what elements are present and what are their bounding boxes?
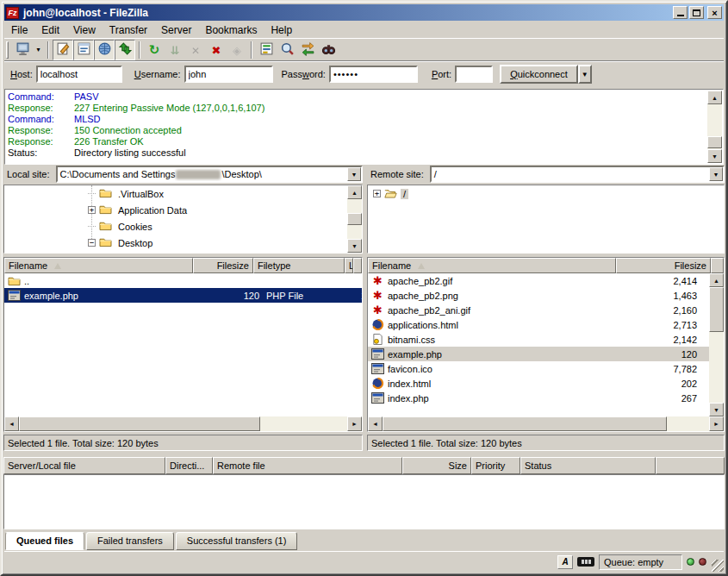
refresh-button[interactable]: ↻	[144, 40, 165, 60]
username-input[interactable]	[184, 66, 273, 83]
file-row[interactable]: ✱apache_pb2_ani.gif2,160	[368, 303, 709, 317]
remote-hscroll-thumb[interactable]	[383, 416, 667, 431]
scroll-right-icon[interactable]: ►	[709, 416, 724, 431]
host-input[interactable]	[36, 66, 122, 83]
reconnect-button[interactable]: ◈	[227, 40, 247, 60]
file-row[interactable]: bitnami.css2,142	[368, 332, 709, 347]
quickconnect-dropdown-button[interactable]: ▼	[578, 65, 592, 84]
file-cell-size: 1,463	[616, 291, 709, 301]
tab-successful-transfers-[interactable]: Successful transfers (1)	[176, 532, 298, 550]
local-site-combobox[interactable]: C:\Documents and Settings\Desktop\ ▼	[56, 166, 363, 183]
close-button[interactable]: ×	[707, 6, 722, 19]
password-input[interactable]	[329, 66, 418, 83]
site-manager-dropdown-button[interactable]: ▾	[33, 40, 44, 60]
local-hscroll-thumb[interactable]	[19, 416, 260, 431]
scroll-up-icon[interactable]: ▲	[709, 273, 724, 287]
tree-item[interactable]: −Desktop	[4, 235, 362, 251]
remote-list-hscrollbar[interactable]: ◄ ►	[368, 416, 724, 431]
file-row[interactable]: ✱apache_pb2.gif2,414	[368, 273, 709, 288]
tree-item-root[interactable]: + /	[368, 185, 724, 202]
minimize-button[interactable]	[673, 6, 688, 19]
queue-column-size[interactable]: Size	[402, 457, 471, 474]
queue-column-priority[interactable]: Priority	[471, 457, 520, 474]
disconnect-button[interactable]: ✖	[206, 40, 227, 60]
scroll-right-icon[interactable]: ►	[347, 416, 362, 431]
tree-item[interactable]: +Application Data	[4, 202, 362, 218]
expand-icon[interactable]: +	[88, 206, 96, 214]
remote-site-combobox[interactable]: / ▼	[430, 166, 725, 183]
tree-item-label: .VirtualBox	[115, 189, 166, 199]
password-label: Password:	[282, 69, 326, 79]
maximize-button[interactable]	[689, 6, 704, 19]
local-list-hscrollbar[interactable]: ◄ ►	[4, 416, 362, 431]
log-line-text: 226 Transfer OK	[74, 136, 144, 147]
file-row[interactable]: applications.html2,713	[368, 317, 709, 332]
compare-button[interactable]	[277, 40, 297, 60]
quickconnect-button[interactable]: Quickconnect	[500, 65, 578, 84]
scroll-left-icon[interactable]: ◄	[4, 416, 19, 431]
remote-list-scrollbar[interactable]: ▲ ▼	[709, 273, 724, 416]
queue-column-status[interactable]: Status	[520, 457, 656, 474]
queue-column-serverlocalfile[interactable]: Server/Local file	[3, 457, 165, 474]
file-cell-name: ..	[4, 275, 201, 286]
sort-ascending-icon	[418, 263, 425, 269]
file-row[interactable]: favicon.ico7,782	[368, 361, 709, 376]
tab-queued-files[interactable]: Queued files	[5, 532, 84, 550]
file-name-label: applications.html	[388, 320, 458, 330]
menu-item-bookmarks[interactable]: Bookmarks	[198, 22, 264, 38]
toggle-log-button[interactable]	[53, 40, 73, 60]
scroll-up-icon[interactable]: ▲	[707, 91, 722, 104]
queue-column-directi[interactable]: Directi...	[165, 457, 213, 474]
expand-icon[interactable]: +	[373, 190, 381, 197]
toolbar-grip[interactable]	[6, 41, 9, 59]
column-header-filesize[interactable]: Filesize	[193, 258, 253, 273]
column-header-filetype[interactable]: Filetype	[253, 258, 345, 273]
tab-failed-transfers[interactable]: Failed transfers	[86, 532, 174, 550]
file-name-label: example.php	[24, 291, 78, 301]
column-header-filename[interactable]: Filename	[368, 258, 616, 273]
scroll-down-icon[interactable]: ▼	[709, 403, 724, 416]
html-file-icon	[371, 319, 384, 330]
file-row[interactable]: ..	[4, 273, 362, 288]
resize-grip[interactable]	[712, 560, 724, 572]
menu-item-file[interactable]: File	[4, 22, 34, 38]
port-input[interactable]	[455, 66, 493, 83]
process-queue-button[interactable]: ⇊	[165, 40, 185, 60]
column-header-label: Filetype	[258, 260, 291, 271]
synchronized-browsing-button[interactable]	[297, 40, 318, 60]
log-scrollbar-thumb[interactable]	[707, 136, 722, 148]
scroll-down-icon[interactable]: ▼	[707, 149, 722, 163]
file-row[interactable]: example.php120PHP File1	[4, 288, 362, 303]
tree-item-label: /	[401, 189, 408, 199]
scroll-left-icon[interactable]: ◄	[368, 416, 383, 431]
log-scrollbar[interactable]: ▲ ▼	[707, 91, 722, 163]
filter-button[interactable]	[256, 40, 277, 60]
menu-item-view[interactable]: View	[66, 22, 103, 38]
column-header-filesize[interactable]: Filesize	[616, 258, 711, 273]
menu-item-help[interactable]: Help	[264, 22, 299, 38]
cancel-button[interactable]: ✕	[185, 40, 206, 60]
tree-item[interactable]: .VirtualBox	[4, 185, 362, 202]
log-line-text: 150 Connection accepted	[74, 125, 182, 136]
menu-item-server[interactable]: Server	[154, 22, 198, 38]
column-header-l[interactable]: L	[345, 258, 353, 273]
file-row[interactable]: example.php120	[368, 347, 709, 361]
file-row[interactable]: ✱apache_pb2.png1,463	[368, 288, 709, 303]
column-header-filename[interactable]: Filename	[4, 258, 193, 273]
find-button[interactable]	[318, 40, 339, 60]
toggle-queue-button[interactable]	[115, 40, 135, 60]
site-manager-button[interactable]	[12, 40, 33, 60]
file-cell-name: index.html	[368, 378, 616, 389]
toggle-local-tree-button[interactable]	[73, 40, 94, 60]
queue-column-remotefile[interactable]: Remote file	[213, 457, 402, 474]
toggle-remote-tree-button[interactable]	[94, 40, 115, 60]
menu-item-edit[interactable]: Edit	[34, 22, 66, 38]
file-row[interactable]: index.php267	[368, 391, 709, 405]
file-row[interactable]: index.html202	[368, 376, 709, 391]
remote-scrollbar-thumb[interactable]	[709, 287, 724, 332]
chevron-down-icon[interactable]: ▼	[347, 167, 361, 181]
chevron-down-icon[interactable]: ▼	[709, 167, 723, 181]
tree-item[interactable]: Cookies	[4, 218, 362, 235]
menu-item-transfer[interactable]: Transfer	[103, 22, 154, 38]
collapse-icon[interactable]: −	[88, 239, 96, 247]
